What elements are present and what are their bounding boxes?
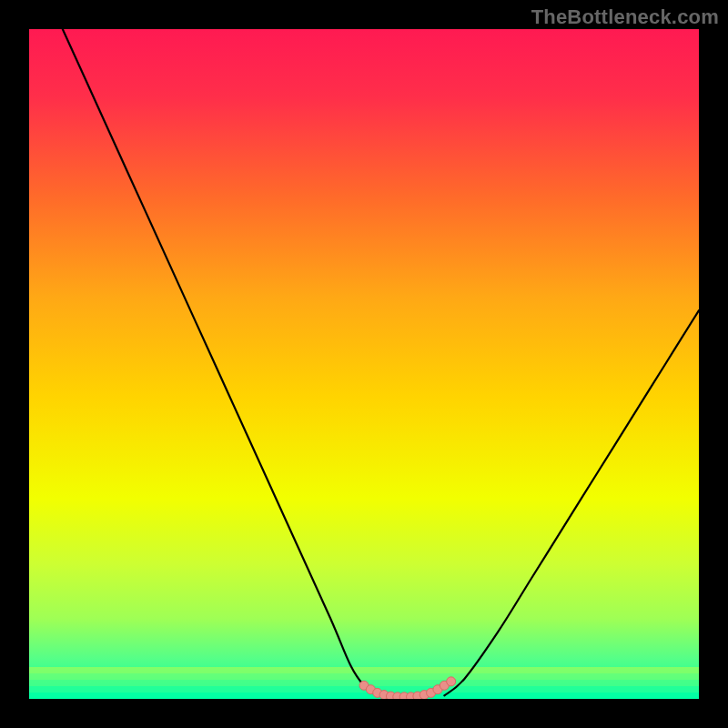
plot-area	[29, 29, 699, 699]
chart-svg	[29, 29, 699, 699]
bottom-band	[29, 693, 699, 699]
valley-marker	[447, 677, 456, 686]
chart-frame: TheBottleneck.com	[0, 0, 728, 728]
bottom-band	[29, 673, 699, 680]
watermark-text: TheBottleneck.com	[531, 5, 719, 29]
gradient-background	[29, 29, 699, 699]
bottom-band	[29, 667, 699, 673]
